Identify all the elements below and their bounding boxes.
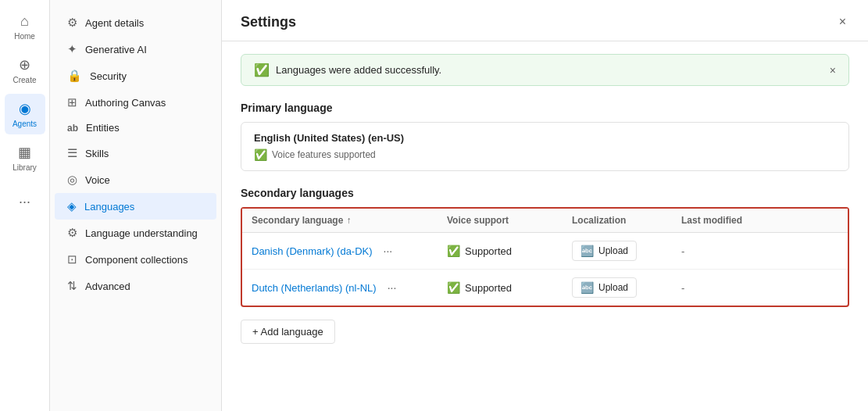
sidebar-item-advanced[interactable]: ⇅ Advanced [55,273,216,299]
row-menu-button-2[interactable]: ··· [383,280,402,295]
settings-header: Settings × [222,0,868,41]
banner-close-button[interactable]: × [830,64,836,77]
settings-title: Settings [241,14,296,30]
sidebar-item-generative-ai[interactable]: ✦ Generative AI [55,36,216,63]
upload-icon-2: 🔤 [580,281,594,294]
col-secondary-language: Secondary language ↑ [252,215,447,226]
success-icon: ✅ [254,63,270,77]
main-content: Settings × ✅ Languages were added succes… [222,0,868,411]
voice-status-label-2: Supported [465,282,512,294]
primary-language-status: ✅ Voice features supported [254,148,836,161]
language-understanding-icon: ⚙ [67,226,77,240]
home-icon: ⌂ [20,13,29,30]
upload-button-1[interactable]: 🔤 Upload [572,241,637,261]
success-banner: ✅ Languages were added successfully. × [241,54,849,86]
success-banner-left: ✅ Languages were added successfully. [254,63,441,77]
voice-support-label: Voice features supported [272,149,376,160]
sidebar-item-skills[interactable]: ☰ Skills [55,140,216,166]
upload-button-2[interactable]: 🔤 Upload [572,277,637,298]
languages-icon: ◈ [67,199,77,213]
nav-item-agents[interactable]: ◉ Agents [5,94,45,134]
sort-icon[interactable]: ↑ [346,215,351,226]
nav-item-library[interactable]: ▦ Library [5,138,45,178]
secondary-languages-title: Secondary languages [241,187,849,199]
voice-cell-2: ✅ Supported [447,281,572,294]
sidebar-item-entities[interactable]: ab Entities [55,116,216,140]
primary-language-box: English (United States) (en-US) ✅ Voice … [241,122,849,171]
sidebar-item-languages[interactable]: ◈ Languages [55,193,216,220]
language-name-2[interactable]: Dutch (Netherlands) (nl-NL) [252,282,377,294]
agents-icon: ◉ [19,100,31,117]
library-icon: ▦ [18,144,31,161]
col-last-modified: Last modified [681,215,791,226]
security-icon: 🔒 [67,69,82,83]
language-name-1[interactable]: Danish (Denmark) (da-DK) [252,245,373,257]
sidebar-item-component-collections[interactable]: ⊡ Component collections [55,246,216,273]
sidebar-item-language-understanding[interactable]: ⚙ Language understanding [55,220,216,246]
voice-supported-icon: ✅ [254,148,267,161]
language-cell-2: Dutch (Netherlands) (nl-NL) ··· [252,280,447,295]
agent-details-icon: ⚙ [67,16,77,30]
banner-message: Languages were added successfully. [276,64,441,76]
localization-cell-1: 🔤 Upload [572,241,681,261]
skills-icon: ☰ [67,146,77,160]
localization-cell-2: 🔤 Upload [572,277,681,298]
col-voice-support: Voice support [447,215,572,226]
entities-icon: ab [67,123,78,134]
language-cell-1: Danish (Denmark) (da-DK) ··· [252,243,447,259]
sidebar-item-authoring-canvas[interactable]: ⊞ Authoring Canvas [55,89,216,116]
authoring-canvas-icon: ⊞ [67,95,77,109]
component-collections-icon: ⊡ [67,252,77,266]
col-localization: Localization [572,215,681,226]
nav-item-home[interactable]: ⌂ Home [5,6,45,47]
primary-language-name: English (United States) (en-US) [254,132,836,144]
close-button[interactable]: × [836,13,849,31]
voice-status-icon-2: ✅ [447,281,460,294]
sidebar-item-security[interactable]: 🔒 Security [55,63,216,89]
sidebar-item-voice[interactable]: ◎ Voice [55,166,216,193]
table-row: Danish (Denmark) (da-DK) ··· ✅ Supported… [242,233,848,270]
secondary-languages-table: Secondary language ↑ Voice support Local… [241,207,849,307]
row-menu-button-1[interactable]: ··· [379,243,398,259]
create-icon: ⊕ [19,56,30,73]
upload-icon-1: 🔤 [580,245,594,257]
more-icon: ··· [19,194,30,210]
sidebar-item-agent-details[interactable]: ⚙ Agent details [55,9,216,36]
table-header: Secondary language ↑ Voice support Local… [242,209,848,233]
nav-item-create[interactable]: ⊕ Create [5,50,45,91]
sidebar: ⚙ Agent details ✦ Generative AI 🔒 Securi… [50,0,222,411]
voice-status-icon-1: ✅ [447,245,460,257]
voice-icon: ◎ [67,173,77,187]
add-language-button[interactable]: + Add language [241,320,335,344]
nav-bar: ⌂ Home ⊕ Create ◉ Agents ▦ Library ··· [0,0,50,411]
voice-status-label-1: Supported [465,245,512,257]
table-row: Dutch (Netherlands) (nl-NL) ··· ✅ Suppor… [242,270,848,306]
primary-language-title: Primary language [241,102,849,114]
voice-cell-1: ✅ Supported [447,245,572,257]
generative-ai-icon: ✦ [67,42,77,56]
last-modified-2: - [681,282,791,294]
advanced-icon: ⇅ [67,279,77,293]
content-area: ✅ Languages were added successfully. × P… [222,41,868,411]
nav-item-more[interactable]: ··· [5,181,45,222]
last-modified-1: - [681,245,791,257]
